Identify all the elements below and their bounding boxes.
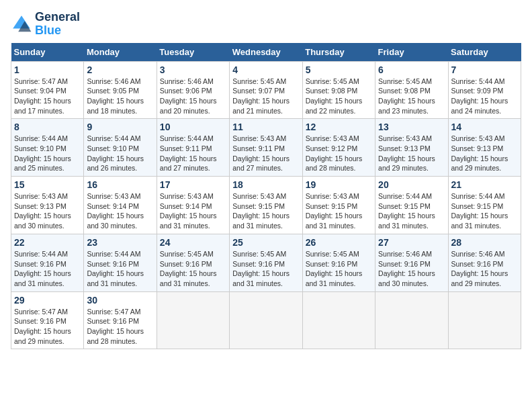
- day-info: Sunrise: 5:44 AM Sunset: 9:16 PM Dayligh…: [87, 249, 153, 289]
- calendar-week-row: 29 Sunrise: 5:47 AM Sunset: 9:16 PM Dayl…: [11, 291, 521, 349]
- day-info: Sunrise: 5:43 AM Sunset: 9:15 PM Dayligh…: [306, 191, 372, 231]
- day-info: Sunrise: 5:43 AM Sunset: 9:14 PM Dayligh…: [87, 191, 153, 231]
- calendar-header-row: SundayMondayTuesdayWednesdayThursdayFrid…: [11, 43, 521, 62]
- day-info: Sunrise: 5:45 AM Sunset: 9:16 PM Dayligh…: [306, 249, 372, 289]
- logo-text: General Blue: [35, 11, 80, 38]
- calendar-week-row: 15 Sunrise: 5:43 AM Sunset: 9:13 PM Dayl…: [11, 177, 521, 234]
- weekday-header: Thursday: [302, 43, 375, 62]
- day-info: Sunrise: 5:43 AM Sunset: 9:14 PM Dayligh…: [160, 191, 226, 231]
- calendar-day-cell: 26 Sunrise: 5:45 AM Sunset: 9:16 PM Dayl…: [302, 234, 375, 291]
- day-info: Sunrise: 5:44 AM Sunset: 9:15 PM Dayligh…: [451, 191, 518, 231]
- day-info: Sunrise: 5:44 AM Sunset: 9:11 PM Dayligh…: [160, 134, 226, 173]
- day-number: 19: [306, 179, 372, 190]
- day-number: 26: [306, 237, 372, 248]
- calendar-day-cell: 8 Sunrise: 5:44 AM Sunset: 9:10 PM Dayli…: [11, 119, 84, 177]
- day-info: Sunrise: 5:43 AM Sunset: 9:15 PM Dayligh…: [232, 191, 299, 231]
- day-info: Sunrise: 5:43 AM Sunset: 9:13 PM Dayligh…: [378, 134, 445, 173]
- day-number: 9: [87, 122, 153, 132]
- day-info: Sunrise: 5:44 AM Sunset: 9:10 PM Dayligh…: [87, 134, 153, 173]
- day-number: 28: [451, 237, 518, 248]
- calendar-day-cell: 30 Sunrise: 5:47 AM Sunset: 9:16 PM Dayl…: [84, 291, 157, 349]
- day-number: 29: [14, 295, 81, 306]
- day-info: Sunrise: 5:45 AM Sunset: 9:07 PM Dayligh…: [232, 77, 299, 116]
- day-info: Sunrise: 5:46 AM Sunset: 9:05 PM Dayligh…: [87, 77, 153, 116]
- calendar-day-cell: 22 Sunrise: 5:44 AM Sunset: 9:16 PM Dayl…: [11, 234, 84, 291]
- day-info: Sunrise: 5:43 AM Sunset: 9:13 PM Dayligh…: [451, 134, 518, 173]
- calendar-day-cell: 1 Sunrise: 5:47 AM Sunset: 9:04 PM Dayli…: [11, 61, 84, 119]
- logo: General Blue: [11, 11, 80, 38]
- calendar-day-cell: 14 Sunrise: 5:43 AM Sunset: 9:13 PM Dayl…: [448, 119, 521, 177]
- calendar-day-cell: 25 Sunrise: 5:45 AM Sunset: 9:16 PM Dayl…: [230, 234, 302, 291]
- day-number: 30: [87, 295, 153, 306]
- calendar-week-row: 1 Sunrise: 5:47 AM Sunset: 9:04 PM Dayli…: [11, 61, 521, 119]
- day-number: 17: [160, 179, 226, 190]
- day-number: 2: [87, 64, 153, 75]
- weekday-header: Friday: [375, 43, 448, 62]
- calendar-day-cell: 16 Sunrise: 5:43 AM Sunset: 9:14 PM Dayl…: [84, 177, 157, 234]
- day-number: 15: [14, 179, 81, 190]
- weekday-header: Monday: [84, 43, 157, 62]
- calendar-day-cell: 13 Sunrise: 5:43 AM Sunset: 9:13 PM Dayl…: [375, 119, 448, 177]
- calendar-day-cell: 10 Sunrise: 5:44 AM Sunset: 9:11 PM Dayl…: [157, 119, 229, 177]
- calendar-day-cell: 21 Sunrise: 5:44 AM Sunset: 9:15 PM Dayl…: [448, 177, 521, 234]
- day-number: 1: [14, 64, 81, 75]
- calendar-day-cell: 4 Sunrise: 5:45 AM Sunset: 9:07 PM Dayli…: [230, 61, 302, 119]
- calendar-day-cell: [230, 291, 302, 349]
- day-info: Sunrise: 5:44 AM Sunset: 9:10 PM Dayligh…: [14, 134, 81, 173]
- weekday-header: Tuesday: [157, 43, 229, 62]
- day-number: 4: [232, 64, 299, 75]
- day-info: Sunrise: 5:47 AM Sunset: 9:04 PM Dayligh…: [14, 77, 81, 116]
- calendar-day-cell: [302, 291, 375, 349]
- calendar-week-row: 8 Sunrise: 5:44 AM Sunset: 9:10 PM Dayli…: [11, 119, 521, 177]
- day-number: 25: [232, 237, 299, 248]
- calendar-day-cell: [375, 291, 448, 349]
- calendar-table: SundayMondayTuesdayWednesdayThursdayFrid…: [11, 43, 521, 350]
- calendar-day-cell: 9 Sunrise: 5:44 AM Sunset: 9:10 PM Dayli…: [84, 119, 157, 177]
- day-number: 23: [87, 237, 153, 248]
- calendar-day-cell: 18 Sunrise: 5:43 AM Sunset: 9:15 PM Dayl…: [230, 177, 302, 234]
- day-info: Sunrise: 5:44 AM Sunset: 9:16 PM Dayligh…: [14, 249, 81, 289]
- calendar-day-cell: 24 Sunrise: 5:45 AM Sunset: 9:16 PM Dayl…: [157, 234, 229, 291]
- day-number: 8: [14, 122, 81, 132]
- day-number: 22: [14, 237, 81, 248]
- calendar-day-cell: 17 Sunrise: 5:43 AM Sunset: 9:14 PM Dayl…: [157, 177, 229, 234]
- weekday-header: Wednesday: [230, 43, 302, 62]
- day-number: 21: [451, 179, 518, 190]
- day-number: 10: [160, 122, 226, 132]
- day-info: Sunrise: 5:46 AM Sunset: 9:16 PM Dayligh…: [378, 249, 445, 289]
- calendar-day-cell: 28 Sunrise: 5:46 AM Sunset: 9:16 PM Dayl…: [448, 234, 521, 291]
- calendar-day-cell: 5 Sunrise: 5:45 AM Sunset: 9:08 PM Dayli…: [302, 61, 375, 119]
- day-number: 27: [378, 237, 445, 248]
- calendar-day-cell: 20 Sunrise: 5:44 AM Sunset: 9:15 PM Dayl…: [375, 177, 448, 234]
- day-info: Sunrise: 5:46 AM Sunset: 9:06 PM Dayligh…: [160, 77, 226, 116]
- day-info: Sunrise: 5:43 AM Sunset: 9:12 PM Dayligh…: [306, 134, 372, 173]
- calendar-day-cell: 12 Sunrise: 5:43 AM Sunset: 9:12 PM Dayl…: [302, 119, 375, 177]
- calendar-day-cell: 15 Sunrise: 5:43 AM Sunset: 9:13 PM Dayl…: [11, 177, 84, 234]
- day-info: Sunrise: 5:47 AM Sunset: 9:16 PM Dayligh…: [14, 307, 81, 347]
- page-header: General Blue: [11, 11, 521, 38]
- calendar-day-cell: 2 Sunrise: 5:46 AM Sunset: 9:05 PM Dayli…: [84, 61, 157, 119]
- weekday-header: Saturday: [448, 43, 521, 62]
- day-info: Sunrise: 5:44 AM Sunset: 9:15 PM Dayligh…: [378, 191, 445, 231]
- day-info: Sunrise: 5:47 AM Sunset: 9:16 PM Dayligh…: [87, 307, 153, 347]
- calendar-day-cell: [448, 291, 521, 349]
- logo-icon: [11, 13, 32, 35]
- calendar-day-cell: 23 Sunrise: 5:44 AM Sunset: 9:16 PM Dayl…: [84, 234, 157, 291]
- calendar-day-cell: [157, 291, 229, 349]
- calendar-day-cell: 3 Sunrise: 5:46 AM Sunset: 9:06 PM Dayli…: [157, 61, 229, 119]
- day-info: Sunrise: 5:45 AM Sunset: 9:08 PM Dayligh…: [306, 77, 372, 116]
- calendar-day-cell: 11 Sunrise: 5:43 AM Sunset: 9:11 PM Dayl…: [230, 119, 302, 177]
- day-info: Sunrise: 5:43 AM Sunset: 9:13 PM Dayligh…: [14, 191, 81, 231]
- day-number: 14: [451, 122, 518, 132]
- day-info: Sunrise: 5:45 AM Sunset: 9:08 PM Dayligh…: [378, 77, 445, 116]
- day-number: 3: [160, 64, 226, 75]
- day-number: 20: [378, 179, 445, 190]
- day-number: 5: [306, 64, 372, 75]
- day-number: 11: [232, 122, 299, 132]
- weekday-header: Sunday: [11, 43, 84, 62]
- day-number: 18: [232, 179, 299, 190]
- day-info: Sunrise: 5:45 AM Sunset: 9:16 PM Dayligh…: [232, 249, 299, 289]
- day-info: Sunrise: 5:44 AM Sunset: 9:09 PM Dayligh…: [451, 77, 518, 116]
- calendar-week-row: 22 Sunrise: 5:44 AM Sunset: 9:16 PM Dayl…: [11, 234, 521, 291]
- day-number: 16: [87, 179, 153, 190]
